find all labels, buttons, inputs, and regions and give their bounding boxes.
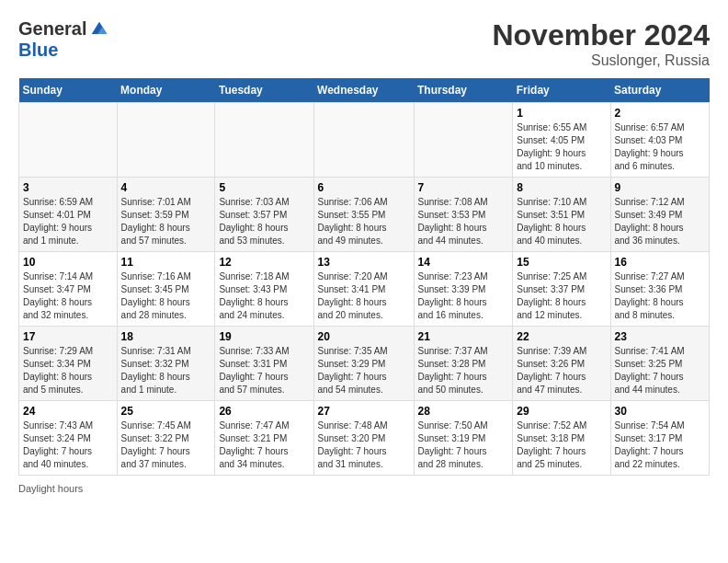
column-header-wednesday: Wednesday [313, 78, 414, 103]
calendar-cell [313, 103, 414, 178]
calendar-cell: 9Sunrise: 7:12 AM Sunset: 3:49 PM Daylig… [610, 178, 710, 252]
logo-icon [90, 20, 108, 39]
calendar-cell: 18Sunrise: 7:31 AM Sunset: 3:32 PM Dayli… [117, 327, 215, 401]
calendar-cell: 20Sunrise: 7:35 AM Sunset: 3:29 PM Dayli… [313, 327, 414, 401]
calendar-cell: 19Sunrise: 7:33 AM Sunset: 3:31 PM Dayli… [215, 327, 313, 401]
calendar-cell: 4Sunrise: 7:01 AM Sunset: 3:59 PM Daylig… [117, 178, 215, 252]
column-header-saturday: Saturday [610, 78, 710, 103]
day-number: 18 [121, 330, 211, 343]
day-info: Sunrise: 7:33 AM Sunset: 3:31 PM Dayligh… [219, 345, 309, 396]
day-number: 4 [121, 181, 211, 194]
day-number: 8 [517, 181, 606, 194]
day-info: Sunrise: 7:48 AM Sunset: 3:20 PM Dayligh… [318, 419, 410, 471]
day-info: Sunrise: 7:23 AM Sunset: 3:39 PM Dayligh… [418, 270, 509, 322]
column-header-sunday: Sunday [19, 78, 118, 103]
day-info: Sunrise: 7:35 AM Sunset: 3:29 PM Dayligh… [318, 345, 410, 396]
footer-note: Daylight hours [18, 483, 710, 494]
calendar-cell: 7Sunrise: 7:08 AM Sunset: 3:53 PM Daylig… [414, 178, 513, 252]
day-number: 1 [517, 107, 606, 120]
calendar-cell: 21Sunrise: 7:37 AM Sunset: 3:28 PM Dayli… [414, 327, 513, 401]
calendar-cell: 28Sunrise: 7:50 AM Sunset: 3:19 PM Dayli… [414, 401, 513, 476]
calendar-cell [19, 103, 118, 178]
day-info: Sunrise: 7:31 AM Sunset: 3:32 PM Dayligh… [121, 345, 211, 396]
day-number: 15 [517, 256, 606, 269]
day-info: Sunrise: 7:20 AM Sunset: 3:41 PM Dayligh… [318, 270, 410, 322]
day-number: 5 [219, 181, 309, 194]
day-info: Sunrise: 7:37 AM Sunset: 3:28 PM Dayligh… [418, 345, 509, 396]
day-number: 2 [615, 107, 706, 120]
day-number: 22 [517, 330, 606, 343]
calendar-cell: 10Sunrise: 7:14 AM Sunset: 3:47 PM Dayli… [19, 252, 118, 327]
calendar-cell: 30Sunrise: 7:54 AM Sunset: 3:17 PM Dayli… [610, 401, 710, 476]
calendar-body: 1Sunrise: 6:55 AM Sunset: 4:05 PM Daylig… [19, 103, 710, 476]
day-number: 3 [23, 181, 113, 194]
day-info: Sunrise: 6:57 AM Sunset: 4:03 PM Dayligh… [615, 121, 706, 173]
day-info: Sunrise: 7:41 AM Sunset: 3:25 PM Dayligh… [615, 345, 706, 396]
day-info: Sunrise: 7:25 AM Sunset: 3:37 PM Dayligh… [517, 270, 606, 322]
day-number: 9 [615, 181, 706, 194]
calendar-cell: 16Sunrise: 7:27 AM Sunset: 3:36 PM Dayli… [610, 252, 710, 327]
day-number: 28 [418, 405, 509, 418]
day-number: 10 [23, 256, 113, 269]
day-info: Sunrise: 7:54 AM Sunset: 3:17 PM Dayligh… [615, 419, 706, 471]
column-header-thursday: Thursday [414, 78, 513, 103]
title-block: November 2024 Suslonger, Russia [492, 18, 710, 69]
calendar-cell: 5Sunrise: 7:03 AM Sunset: 3:57 PM Daylig… [215, 178, 313, 252]
calendar-cell: 3Sunrise: 6:59 AM Sunset: 4:01 PM Daylig… [19, 178, 118, 252]
calendar-cell: 2Sunrise: 6:57 AM Sunset: 4:03 PM Daylig… [610, 103, 710, 178]
day-info: Sunrise: 7:43 AM Sunset: 3:24 PM Dayligh… [23, 419, 113, 471]
calendar-cell: 11Sunrise: 7:16 AM Sunset: 3:45 PM Dayli… [117, 252, 215, 327]
day-number: 7 [418, 181, 509, 194]
calendar-cell: 12Sunrise: 7:18 AM Sunset: 3:43 PM Dayli… [215, 252, 313, 327]
month-title: November 2024 [492, 18, 710, 52]
calendar-cell: 23Sunrise: 7:41 AM Sunset: 3:25 PM Dayli… [610, 327, 710, 401]
week-row-0: 1Sunrise: 6:55 AM Sunset: 4:05 PM Daylig… [19, 103, 710, 178]
day-info: Sunrise: 7:27 AM Sunset: 3:36 PM Dayligh… [615, 270, 706, 322]
day-number: 21 [418, 330, 509, 343]
day-info: Sunrise: 7:12 AM Sunset: 3:49 PM Dayligh… [615, 196, 706, 247]
logo: General Blue [18, 18, 108, 61]
day-number: 13 [318, 256, 410, 269]
day-number: 25 [121, 405, 211, 418]
logo-blue-text: Blue [18, 40, 58, 60]
day-info: Sunrise: 7:52 AM Sunset: 3:18 PM Dayligh… [517, 419, 606, 471]
calendar-cell [414, 103, 513, 178]
day-info: Sunrise: 7:47 AM Sunset: 3:21 PM Dayligh… [219, 419, 309, 471]
day-info: Sunrise: 6:59 AM Sunset: 4:01 PM Dayligh… [23, 196, 113, 247]
column-header-tuesday: Tuesday [215, 78, 313, 103]
day-info: Sunrise: 7:39 AM Sunset: 3:26 PM Dayligh… [517, 345, 606, 396]
calendar-cell: 29Sunrise: 7:52 AM Sunset: 3:18 PM Dayli… [513, 401, 610, 476]
day-info: Sunrise: 7:06 AM Sunset: 3:55 PM Dayligh… [318, 196, 410, 247]
day-info: Sunrise: 6:55 AM Sunset: 4:05 PM Dayligh… [517, 121, 606, 173]
page-header: General Blue November 2024 Suslonger, Ru… [18, 18, 710, 69]
week-row-1: 3Sunrise: 6:59 AM Sunset: 4:01 PM Daylig… [19, 178, 710, 252]
calendar-cell: 14Sunrise: 7:23 AM Sunset: 3:39 PM Dayli… [414, 252, 513, 327]
week-row-2: 10Sunrise: 7:14 AM Sunset: 3:47 PM Dayli… [19, 252, 710, 327]
day-number: 23 [615, 330, 706, 343]
logo-general-text: General [18, 18, 86, 40]
day-number: 16 [615, 256, 706, 269]
day-number: 14 [418, 256, 509, 269]
calendar-cell: 13Sunrise: 7:20 AM Sunset: 3:41 PM Dayli… [313, 252, 414, 327]
day-info: Sunrise: 7:16 AM Sunset: 3:45 PM Dayligh… [121, 270, 211, 322]
day-number: 11 [121, 256, 211, 269]
day-info: Sunrise: 7:29 AM Sunset: 3:34 PM Dayligh… [23, 345, 113, 396]
day-info: Sunrise: 7:01 AM Sunset: 3:59 PM Dayligh… [121, 196, 211, 247]
day-number: 26 [219, 405, 309, 418]
calendar-table: SundayMondayTuesdayWednesdayThursdayFrid… [18, 78, 710, 476]
day-info: Sunrise: 7:03 AM Sunset: 3:57 PM Dayligh… [219, 196, 309, 247]
calendar-cell: 8Sunrise: 7:10 AM Sunset: 3:51 PM Daylig… [513, 178, 610, 252]
day-info: Sunrise: 7:45 AM Sunset: 3:22 PM Dayligh… [121, 419, 211, 471]
day-number: 12 [219, 256, 309, 269]
calendar-cell [215, 103, 313, 178]
calendar-cell: 15Sunrise: 7:25 AM Sunset: 3:37 PM Dayli… [513, 252, 610, 327]
column-header-friday: Friday [513, 78, 610, 103]
calendar-header-row: SundayMondayTuesdayWednesdayThursdayFrid… [19, 78, 710, 103]
day-number: 30 [615, 405, 706, 418]
calendar-cell: 1Sunrise: 6:55 AM Sunset: 4:05 PM Daylig… [513, 103, 610, 178]
calendar-cell: 24Sunrise: 7:43 AM Sunset: 3:24 PM Dayli… [19, 401, 118, 476]
calendar-cell: 25Sunrise: 7:45 AM Sunset: 3:22 PM Dayli… [117, 401, 215, 476]
calendar-cell: 17Sunrise: 7:29 AM Sunset: 3:34 PM Dayli… [19, 327, 118, 401]
day-info: Sunrise: 7:10 AM Sunset: 3:51 PM Dayligh… [517, 196, 606, 247]
day-info: Sunrise: 7:14 AM Sunset: 3:47 PM Dayligh… [23, 270, 113, 322]
